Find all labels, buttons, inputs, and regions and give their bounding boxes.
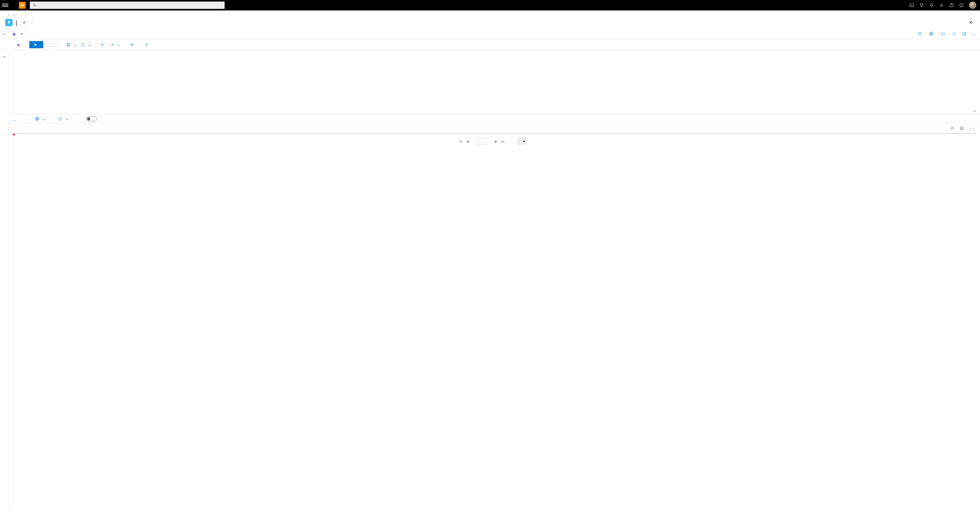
columns-button[interactable]: ⌄ (35, 117, 45, 121)
results-status: ⌄⌄ (9, 124, 980, 133)
chevron-right-icon: › (14, 13, 15, 17)
format-button[interactable] (145, 43, 151, 47)
last-page-icon[interactable]: ⏭ (501, 140, 505, 143)
group-columns-toggle[interactable] (86, 116, 97, 121)
chevron-left-icon[interactable]: ‹‹ (3, 54, 6, 59)
bulb-icon: ◉ (12, 32, 16, 37)
bug-icon[interactable] (19, 2, 25, 9)
chevron-down-icon: ⌄ (73, 43, 77, 47)
search-icon (32, 3, 37, 7)
appinsights-icon (5, 19, 13, 26)
first-page-icon[interactable]: ⏮ (459, 140, 463, 143)
pin-button[interactable] (130, 43, 135, 47)
svg-point-1 (33, 4, 35, 6)
svg-rect-9 (930, 32, 931, 33)
chevron-down-icon[interactable]: ⌄ (972, 32, 975, 36)
grid-pager: ⏮ ◀ ▶ ⏭ (13, 134, 976, 149)
bell-icon[interactable] (929, 3, 934, 8)
main-split: ‹‹ · · · · ︽ ⌄ ⌄ (0, 51, 980, 507)
svg-rect-2 (910, 4, 913, 7)
svg-rect-17 (38, 118, 38, 121)
svg-rect-12 (932, 34, 933, 35)
svg-rect-14 (963, 32, 966, 35)
svg-point-19 (951, 127, 953, 130)
filter-icon[interactable] (919, 3, 924, 8)
close-tab-icon[interactable]: ✕ (20, 32, 23, 36)
new-alert-button[interactable]: ＋ (100, 42, 106, 47)
chevron-down-icon: ⌄ (117, 43, 120, 47)
play-icon (33, 43, 37, 46)
more-icon[interactable]: ··· (30, 20, 35, 25)
chevron-down-icon: ⌄ (42, 117, 45, 121)
heart-icon (918, 32, 922, 36)
feedback-button[interactable] (918, 32, 923, 36)
grid-header (13, 133, 976, 134)
save-button[interactable]: ⌄ (66, 43, 77, 47)
svg-point-8 (8, 21, 10, 23)
sidebar-handle: ‹‹ (0, 51, 9, 507)
time-range-picker[interactable] (48, 43, 57, 46)
tab-results[interactable] (14, 117, 15, 121)
svg-rect-16 (37, 118, 37, 121)
svg-rect-15 (36, 118, 37, 121)
editor-code[interactable] (21, 51, 980, 114)
editor-gutter (9, 51, 21, 114)
svg-point-7 (962, 5, 963, 5)
global-search[interactable] (30, 2, 224, 9)
cloud-shell-icon[interactable] (909, 3, 914, 8)
svg-rect-11 (930, 34, 931, 35)
plus-icon: ＋ (100, 42, 104, 47)
resize-handle[interactable]: · · · · (489, 111, 500, 114)
svg-point-13 (954, 33, 955, 34)
chevron-right-icon: › (8, 13, 9, 17)
svg-point-0 (21, 5, 23, 6)
bulb-icon: ◉ (17, 43, 20, 47)
query-tab[interactable]: ◉ ✕ (9, 29, 27, 39)
chevron-down-icon: ⌄ (65, 117, 68, 121)
query-explorer-button[interactable] (941, 32, 947, 36)
pin-icon[interactable] (22, 21, 26, 25)
prev-page-icon[interactable]: ◀ (466, 139, 469, 143)
share-icon (81, 43, 85, 47)
queries-button[interactable] (929, 32, 935, 36)
topbar-actions (909, 2, 978, 9)
collapse-editor-icon[interactable]: ︽ (973, 108, 976, 113)
breadcrumb: › › (0, 11, 980, 19)
records-icon (959, 126, 964, 130)
display-time-button[interactable]: ⌄ (58, 117, 68, 121)
format-icon (145, 43, 149, 47)
expand-results-icon[interactable]: ⌄⌄ (969, 126, 975, 130)
global-topbar (0, 0, 980, 11)
columns-icon (35, 117, 39, 121)
page-title-section: | (16, 19, 17, 26)
clock-icon (58, 117, 62, 121)
query-editor[interactable]: · · · · ︽ (9, 51, 980, 114)
page-size-select[interactable] (517, 138, 527, 145)
next-page-icon[interactable]: ▶ (495, 139, 498, 143)
chevron-down-icon: ⌄ (88, 43, 91, 47)
close-blade-button[interactable]: ✕ (967, 19, 975, 27)
title-row: | ··· ✕ (0, 19, 980, 27)
folder-icon (941, 32, 945, 36)
help-icon[interactable] (949, 3, 954, 8)
results-tab-strip: ⌄ ⌄ (9, 114, 980, 124)
svg-point-6 (961, 5, 961, 5)
grid-icon (929, 32, 934, 36)
export-button[interactable]: ⌄ (110, 43, 120, 47)
tab-chart[interactable] (21, 117, 22, 121)
stopwatch-icon (950, 126, 955, 130)
svg-rect-10 (932, 32, 933, 33)
hamburger-icon[interactable] (2, 4, 8, 7)
svg-rect-20 (960, 127, 963, 130)
run-button[interactable] (29, 41, 43, 48)
settings-icon[interactable] (952, 32, 956, 36)
smile-icon[interactable] (959, 3, 964, 8)
expand-handle-icon[interactable]: » (0, 32, 9, 36)
gear-icon[interactable] (939, 3, 944, 8)
panel-icon[interactable] (962, 32, 966, 36)
share-button[interactable]: ⌄ (81, 43, 91, 47)
svg-point-3 (941, 5, 942, 6)
query-toolbar: ◉ | ⌄ ⌄ | ＋ ⌄ | | (0, 39, 980, 51)
avatar[interactable] (969, 2, 976, 9)
page-input[interactable] (476, 138, 487, 145)
